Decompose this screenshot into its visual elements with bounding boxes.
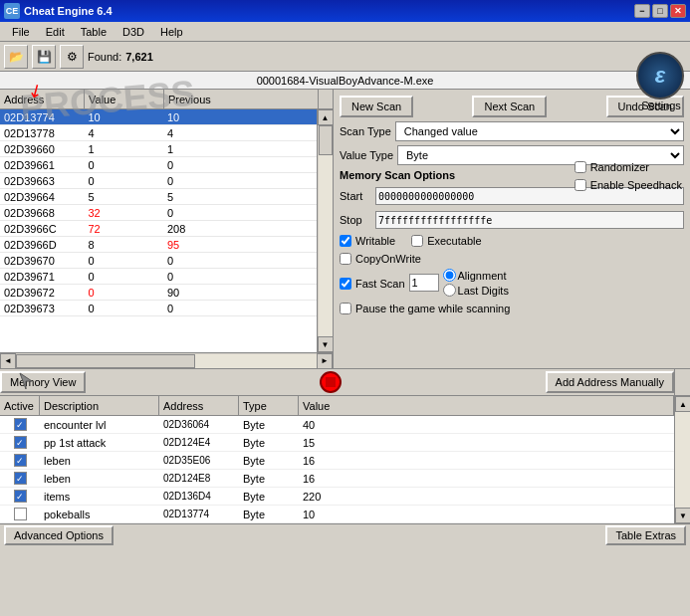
scan-cell-value: 8 xyxy=(84,237,163,252)
speedhack-checkbox[interactable] xyxy=(575,179,586,191)
toolbar-btn-1[interactable]: 📂 xyxy=(4,45,28,69)
addr-cell-active xyxy=(0,506,40,522)
hscroll-thumb[interactable] xyxy=(16,354,195,368)
pause-label: Pause the game while scanning xyxy=(355,303,510,314)
addr-row[interactable]: pokeballs02D13774Byte10 xyxy=(0,506,674,523)
executable-checkbox[interactable] xyxy=(411,235,423,247)
addr-cell-active xyxy=(0,416,40,433)
scan-scrollbar[interactable]: ▲ ▼ xyxy=(317,109,333,352)
scan-row[interactable]: 02D3966455 xyxy=(0,189,317,205)
found-value: 7,621 xyxy=(125,51,153,63)
scan-cell-address: 02D3966D xyxy=(0,237,84,252)
hscroll-right-btn[interactable]: ► xyxy=(317,353,333,369)
toolbar-btn-2[interactable]: 💾 xyxy=(32,45,56,69)
scroll-track[interactable] xyxy=(319,125,333,336)
menu-file[interactable]: File xyxy=(4,24,38,40)
addr-row[interactable]: leben02D35E06Byte16 xyxy=(0,452,674,470)
scan-row[interactable]: 02D3966100 xyxy=(0,157,317,173)
addr-scroll-up[interactable]: ▲ xyxy=(675,396,690,412)
scan-row[interactable]: 02D137741010 xyxy=(0,109,317,125)
addr-checkbox[interactable] xyxy=(14,418,27,431)
cow-checkbox[interactable] xyxy=(340,253,351,265)
side-scrollbar-top xyxy=(674,369,690,395)
addr-checkbox[interactable] xyxy=(14,490,27,503)
maximize-button[interactable]: □ xyxy=(652,4,668,18)
addr-cell-value: 15 xyxy=(299,434,674,451)
hscroll-left-btn[interactable]: ◄ xyxy=(0,353,16,369)
address-table-header: Active Description Address Type Value xyxy=(0,396,674,416)
add-address-button[interactable]: Add Address Manually xyxy=(546,371,674,393)
scroll-thumb[interactable] xyxy=(319,125,333,155)
fast-scan-input[interactable] xyxy=(409,274,439,292)
scan-row[interactable]: 02D3966D895 xyxy=(0,237,317,253)
addr-checkbox[interactable] xyxy=(14,454,27,467)
scan-row[interactable]: 02D3966011 xyxy=(0,141,317,157)
hscroll-track xyxy=(16,354,317,368)
addr-cell-value: 220 xyxy=(299,488,674,505)
scan-row[interactable]: 02D39672090 xyxy=(0,285,317,301)
scan-cell-previous: 0 xyxy=(163,253,317,268)
addr-row[interactable]: encounter lvl02D36064Byte40 xyxy=(0,416,674,434)
logo-area: ε Settings xyxy=(636,52,686,102)
addr-cell-active xyxy=(0,434,40,451)
scan-cell-address: 02D39671 xyxy=(0,269,84,284)
new-scan-button[interactable]: New Scan xyxy=(340,96,413,117)
col-value-header: Value xyxy=(299,396,674,415)
pause-checkbox[interactable] xyxy=(340,303,351,314)
menu-d3d[interactable]: D3D xyxy=(115,24,152,40)
scan-row[interactable]: 02D3967300 xyxy=(0,301,317,316)
addr-row[interactable]: pp 1st attack02D124E4Byte15 xyxy=(0,434,674,452)
scan-row[interactable]: 02D3966C72208 xyxy=(0,221,317,237)
minimize-button[interactable]: − xyxy=(634,4,650,18)
scan-hscrollbar[interactable]: ◄ ► xyxy=(0,352,333,368)
ce-logo: ε xyxy=(636,52,684,100)
menu-help[interactable]: Help xyxy=(152,24,191,40)
pause-row: Pause the game while scanning xyxy=(340,303,684,314)
pointer-scan-icon[interactable] xyxy=(16,371,36,391)
speedhack-label: Enable Speedhack xyxy=(590,179,682,191)
addr-cell-type: Byte xyxy=(239,416,299,433)
addr-checkbox[interactable] xyxy=(14,436,27,449)
scroll-down-btn[interactable]: ▼ xyxy=(318,336,334,352)
menu-table[interactable]: Table xyxy=(73,24,115,40)
col-type-header: Type xyxy=(239,396,299,415)
app-title: Cheat Engine 6.4 xyxy=(24,5,113,17)
address-table-inner: Active Description Address Type Value en… xyxy=(0,396,674,523)
scan-row[interactable]: 02D3967100 xyxy=(0,269,317,285)
fast-scan-label: Fast Scan xyxy=(355,278,405,290)
writable-checkbox[interactable] xyxy=(340,235,351,247)
next-scan-button[interactable]: Next Scan xyxy=(472,96,547,117)
alignment-label: Alignment xyxy=(458,270,507,282)
radio-col: Alignment Last Digits xyxy=(443,269,509,297)
last-digits-radio[interactable] xyxy=(443,284,456,297)
addr-checkbox[interactable] xyxy=(14,508,27,520)
addr-checkbox[interactable] xyxy=(14,472,27,485)
memory-view-button[interactable]: Memory View xyxy=(0,371,86,393)
scan-row[interactable]: 02D3966300 xyxy=(0,173,317,189)
settings-label: Settings xyxy=(636,100,686,111)
scan-cell-value: 32 xyxy=(84,205,163,220)
advanced-options-button[interactable]: Advanced Options xyxy=(4,525,114,545)
table-extras-button[interactable]: Table Extras xyxy=(605,525,686,545)
menu-edit[interactable]: Edit xyxy=(38,24,73,40)
addr-cell-type: Byte xyxy=(239,434,299,451)
stop-input[interactable] xyxy=(375,211,684,229)
scan-row[interactable]: 02D39668320 xyxy=(0,205,317,221)
addr-scroll-down[interactable]: ▼ xyxy=(675,508,690,523)
scan-cell-address: 02D3966C xyxy=(0,221,84,236)
addr-cell-type: Byte xyxy=(239,506,299,522)
scan-type-dropdown[interactable]: Changed value Exact value Bigger than Sm… xyxy=(395,121,684,141)
addr-scrollbar[interactable]: ▲ ▼ xyxy=(674,396,690,523)
toolbar-btn-3[interactable]: ⚙ xyxy=(60,45,84,69)
randomizer-checkbox[interactable] xyxy=(575,161,586,173)
alignment-radio[interactable] xyxy=(443,269,456,282)
scan-cell-address: 02D39661 xyxy=(0,157,84,172)
scroll-up-btn[interactable]: ▲ xyxy=(318,109,334,125)
scan-row[interactable]: 02D3967000 xyxy=(0,253,317,269)
scan-row[interactable]: 02D1377844 xyxy=(0,125,317,141)
stop-button[interactable] xyxy=(320,371,342,393)
addr-row[interactable]: leben02D124E8Byte16 xyxy=(0,470,674,488)
addr-row[interactable]: items02D136D4Byte220 xyxy=(0,488,674,506)
close-button[interactable]: ✕ xyxy=(670,4,686,18)
fast-scan-checkbox[interactable] xyxy=(340,278,351,290)
